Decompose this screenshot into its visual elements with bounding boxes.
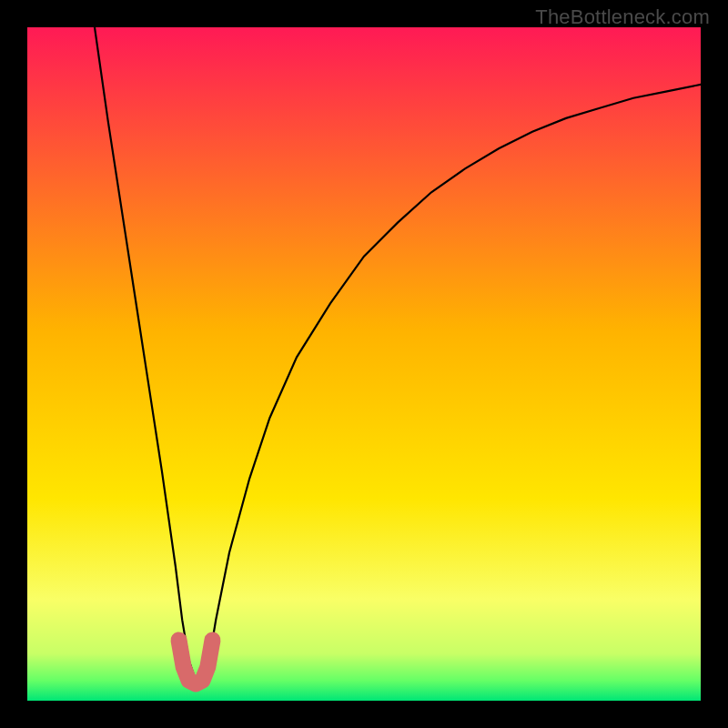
curve-overlay xyxy=(27,27,701,701)
optimal-zone-marker xyxy=(179,640,213,683)
bottleneck-curve xyxy=(95,27,701,681)
watermark-text: TheBottleneck.com xyxy=(535,5,710,29)
chart-container: TheBottleneck.com xyxy=(0,0,728,728)
plot-area xyxy=(27,27,701,701)
